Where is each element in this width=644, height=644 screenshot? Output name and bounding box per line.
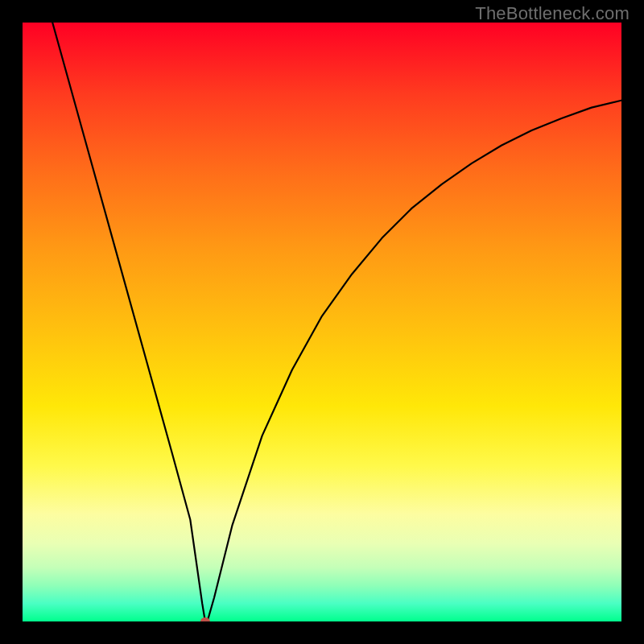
bottleneck-curve (52, 23, 621, 621)
watermark-text: TheBottleneck.com (475, 3, 630, 24)
chart-frame: TheBottleneck.com (0, 0, 644, 644)
curve-svg (23, 23, 621, 621)
minimum-marker (200, 617, 210, 621)
plot-area (23, 23, 621, 621)
